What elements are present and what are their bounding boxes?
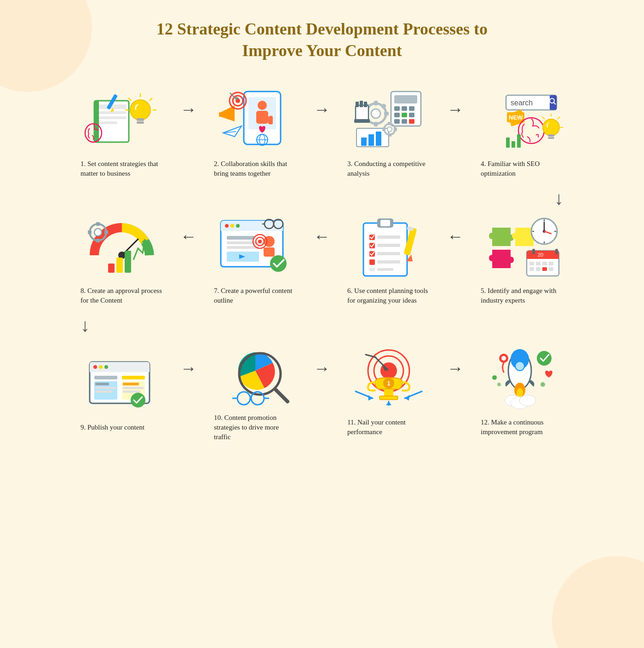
svg-rect-153 bbox=[542, 267, 547, 271]
step-12-icon bbox=[485, 345, 559, 410]
svg-point-162 bbox=[104, 365, 108, 369]
svg-rect-43 bbox=[409, 119, 414, 124]
svg-point-208 bbox=[492, 375, 497, 380]
svg-point-118 bbox=[258, 240, 262, 243]
step-8-icon bbox=[85, 214, 159, 278]
svg-text:1: 1 bbox=[387, 380, 390, 387]
svg-point-161 bbox=[99, 365, 103, 369]
svg-rect-10 bbox=[137, 118, 144, 121]
svg-rect-129 bbox=[377, 260, 400, 264]
svg-point-89 bbox=[94, 229, 102, 236]
arrow-11-12: → bbox=[442, 375, 469, 378]
svg-marker-196 bbox=[386, 401, 391, 405]
step-9-icon-box bbox=[83, 348, 161, 417]
svg-point-76 bbox=[543, 119, 559, 136]
step-6-item: 6. Use content planning tools for organi… bbox=[336, 212, 442, 305]
svg-rect-187 bbox=[384, 389, 393, 396]
svg-rect-148 bbox=[536, 262, 540, 265]
svg-point-210 bbox=[540, 382, 545, 387]
step-1-label: 1. Set content strategies that matter to… bbox=[76, 159, 168, 178]
svg-rect-50 bbox=[374, 101, 378, 105]
svg-rect-45 bbox=[361, 138, 367, 146]
step-7-item: 7. Create a powerful content outline bbox=[202, 212, 308, 305]
svg-text:search: search bbox=[511, 99, 533, 107]
svg-rect-91 bbox=[96, 239, 100, 242]
step-3-icon-box bbox=[350, 85, 428, 154]
svg-rect-34 bbox=[394, 95, 417, 103]
svg-rect-77 bbox=[548, 134, 554, 137]
svg-rect-64 bbox=[388, 133, 391, 137]
svg-marker-31 bbox=[223, 126, 242, 137]
step-4-icon: search NEW bbox=[483, 87, 561, 151]
arrow-6-5: ← bbox=[442, 243, 469, 246]
step-1-icon-box bbox=[83, 85, 161, 154]
svg-rect-171 bbox=[123, 387, 144, 389]
step-3-label: 3. Conducting a competitive analysis bbox=[343, 159, 435, 178]
step-5-icon-box: 20 bbox=[483, 212, 561, 281]
svg-rect-20 bbox=[256, 111, 268, 124]
svg-rect-59 bbox=[360, 101, 363, 107]
svg-point-173 bbox=[131, 393, 145, 407]
svg-rect-163 bbox=[94, 376, 117, 379]
svg-rect-3 bbox=[97, 116, 126, 119]
arrow-7-6: ← bbox=[308, 243, 336, 246]
svg-rect-106 bbox=[227, 246, 259, 249]
svg-point-204 bbox=[519, 395, 536, 406]
arrow-10-11: → bbox=[308, 375, 336, 378]
svg-rect-37 bbox=[409, 106, 414, 111]
svg-rect-168 bbox=[122, 376, 145, 379]
svg-rect-170 bbox=[123, 383, 139, 385]
svg-point-102 bbox=[230, 224, 234, 228]
svg-rect-166 bbox=[95, 387, 116, 389]
page-title: 12 Strategic Content Development Process… bbox=[28, 18, 616, 62]
arrow-9-10: → bbox=[175, 375, 202, 378]
step-10-item: 10. Content promotion strategies to driv… bbox=[202, 338, 308, 442]
step-4-icon-box: search NEW bbox=[483, 85, 561, 154]
svg-text:20: 20 bbox=[538, 252, 543, 258]
svg-rect-58 bbox=[356, 102, 359, 107]
svg-point-49 bbox=[371, 109, 380, 118]
svg-rect-56 bbox=[356, 105, 368, 121]
svg-rect-92 bbox=[88, 230, 92, 234]
arrow-down-1: ↓ bbox=[28, 188, 616, 209]
step-1-item: 1. Set content strategies that matter to… bbox=[69, 85, 175, 178]
svg-rect-188 bbox=[380, 396, 398, 400]
step-3-icon bbox=[352, 87, 426, 151]
svg-rect-123 bbox=[377, 235, 400, 239]
svg-rect-38 bbox=[394, 113, 400, 117]
svg-rect-172 bbox=[123, 390, 140, 393]
svg-line-80 bbox=[558, 117, 560, 119]
svg-rect-90 bbox=[96, 222, 100, 226]
svg-rect-84 bbox=[512, 141, 515, 148]
step-4-item: search NEW bbox=[469, 85, 575, 178]
step-12-icon-box bbox=[483, 343, 561, 412]
svg-point-115 bbox=[270, 255, 287, 272]
svg-rect-39 bbox=[402, 113, 407, 117]
svg-rect-96 bbox=[125, 251, 131, 273]
svg-rect-128 bbox=[369, 259, 375, 265]
svg-rect-167 bbox=[95, 390, 113, 393]
step-8-item: 8. Create an approval process for the Co… bbox=[69, 212, 175, 305]
step-2-label: 2. Collaboration skills that bring teams… bbox=[209, 159, 301, 178]
svg-point-205 bbox=[537, 351, 552, 366]
svg-rect-83 bbox=[506, 138, 510, 148]
svg-rect-127 bbox=[377, 252, 400, 255]
svg-rect-131 bbox=[377, 268, 393, 271]
step-6-icon-box bbox=[350, 212, 428, 281]
step-9-item: 9. Publish your content bbox=[69, 348, 175, 432]
svg-line-15 bbox=[128, 98, 131, 101]
svg-rect-121 bbox=[380, 220, 390, 226]
svg-rect-105 bbox=[227, 241, 264, 244]
svg-line-13 bbox=[150, 98, 152, 101]
svg-point-207 bbox=[501, 356, 506, 361]
svg-rect-104 bbox=[227, 236, 254, 240]
svg-point-160 bbox=[93, 365, 97, 369]
svg-rect-46 bbox=[368, 134, 374, 146]
svg-rect-95 bbox=[116, 258, 123, 273]
svg-rect-156 bbox=[555, 249, 558, 254]
svg-rect-152 bbox=[536, 267, 540, 271]
svg-rect-63 bbox=[388, 122, 391, 125]
svg-rect-130 bbox=[369, 268, 375, 271]
svg-rect-57 bbox=[354, 119, 370, 123]
step-11-item: 1 11. Nail your content performance bbox=[336, 343, 442, 437]
